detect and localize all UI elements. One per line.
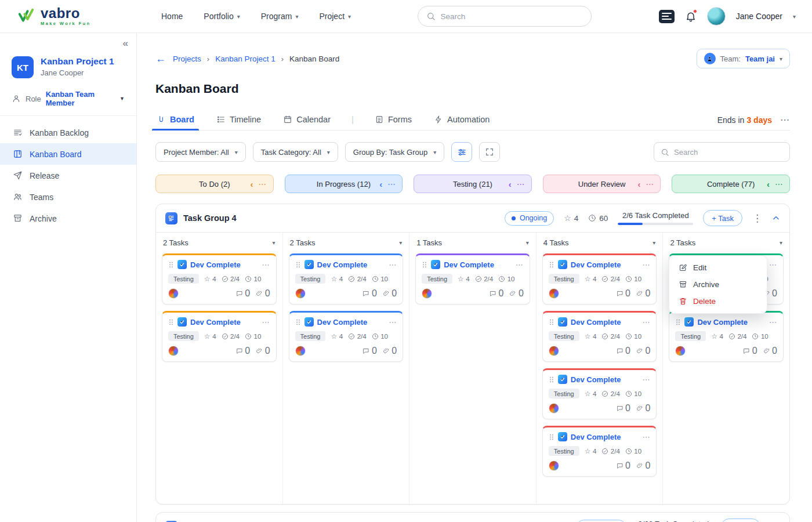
task-card[interactable]: Dev Complete ⋯ Testing ☆4 2/4 10 0 — [542, 311, 657, 362]
sidebar-item-kanban-board[interactable]: Kanban Board — [0, 143, 136, 165]
drag-handle-icon[interactable] — [295, 261, 301, 269]
task-title[interactable]: Dev Complete — [571, 375, 639, 384]
breadcrumb-projects[interactable]: Projects — [173, 55, 201, 63]
task-card[interactable]: Dev Complete ⋯ Testing ☆4 2/4 10 0 — [669, 311, 784, 362]
add-task-button[interactable]: + Task — [721, 519, 760, 522]
task-menu-icon[interactable]: ⋯ — [642, 260, 650, 269]
task-card[interactable]: Dev Complete ⋯ Testing ☆4 2/4 10 0 — [289, 311, 404, 362]
assignee-avatar[interactable] — [295, 346, 306, 356]
task-card[interactable]: Dev Complete ⋯ Testing ☆4 2/4 10 0 — [415, 253, 530, 304]
tab-timeline[interactable]: Timeline — [215, 108, 262, 130]
tab-automation[interactable]: Automation — [433, 108, 491, 130]
tab-board[interactable]: Board — [155, 108, 195, 130]
task-card[interactable]: Dev Complete ⋯ Testing ☆4 2/4 10 0 — [542, 368, 657, 419]
global-search[interactable] — [418, 6, 592, 27]
sidebar-item-kanban-backlog[interactable]: Kanban Backlog — [0, 122, 136, 143]
column-menu-icon[interactable]: ⋯ — [517, 179, 525, 188]
status-column-chip[interactable]: Testing (21) ‹ ⋯ — [414, 175, 532, 193]
tab-calendar[interactable]: Calendar — [282, 108, 332, 130]
status-column-chip[interactable]: Under Review ‹ ⋯ — [543, 175, 661, 193]
user-menu-caret-icon[interactable]: ▾ — [793, 13, 796, 20]
task-card[interactable]: Dev Complete ⋯ Testing ☆4 2/4 10 0 — [542, 426, 657, 477]
group-status-badge[interactable]: Ongoing — [577, 520, 626, 522]
task-title[interactable]: Dev Complete — [571, 318, 639, 327]
assignee-avatar[interactable] — [295, 288, 306, 299]
task-card[interactable]: Dev Complete ⋯ Testing ☆4 2/4 10 0 — [289, 253, 404, 304]
task-title[interactable]: Dev Complete — [571, 433, 639, 441]
column-menu-icon[interactable]: ⋯ — [775, 179, 784, 188]
context-menu-edit[interactable]: Edit — [673, 259, 763, 276]
task-menu-icon[interactable]: ⋯ — [769, 260, 777, 269]
assignee-avatar[interactable] — [675, 346, 686, 356]
assignee-avatar[interactable] — [549, 288, 559, 299]
task-category-filter[interactable]: Task Category: All ▾ — [253, 142, 338, 162]
global-search-input[interactable] — [440, 12, 583, 21]
column-menu-icon[interactable]: ⋯ — [259, 179, 267, 188]
drag-handle-icon[interactable] — [168, 261, 174, 269]
column-menu-icon[interactable]: ⋯ — [646, 179, 654, 188]
status-column-chip[interactable]: To Do (2) ‹ ⋯ — [155, 175, 274, 193]
app-logo[interactable]: vabro Make Work Fun — [16, 6, 126, 26]
sidebar-item-archive[interactable]: Archive — [0, 208, 136, 229]
column-collapse-caret-icon[interactable]: ▾ — [526, 240, 529, 246]
task-title[interactable]: Dev Complete — [444, 260, 512, 269]
nav-program[interactable]: Program▾ — [261, 12, 299, 21]
status-column-chip[interactable]: In Progress (12) ‹ ⋯ — [285, 175, 403, 193]
drag-handle-icon[interactable] — [549, 376, 554, 383]
project-block[interactable]: KT Kanban Project 1 Jane Cooper — [0, 49, 136, 86]
task-menu-icon[interactable]: ⋯ — [642, 318, 650, 327]
task-title[interactable]: Dev Complete — [317, 260, 386, 269]
assignee-avatar[interactable] — [549, 461, 559, 471]
column-collapse-caret-icon[interactable]: ▾ — [780, 240, 782, 246]
task-card[interactable]: Dev Complete ⋯ Testing ☆4 2/4 10 0 — [162, 253, 277, 304]
assignee-avatar[interactable] — [549, 403, 559, 414]
column-menu-icon[interactable]: ⋯ — [387, 179, 396, 188]
drag-handle-icon[interactable] — [295, 318, 301, 326]
drag-handle-icon[interactable] — [168, 318, 174, 326]
sidebar-item-teams[interactable]: Teams — [0, 186, 136, 208]
task-title[interactable]: Dev Complete — [571, 260, 639, 269]
task-card[interactable]: Dev Complete ⋯ Testing ☆4 2/4 10 0 — [162, 311, 277, 362]
breadcrumb-project[interactable]: Kanban Project 1 — [215, 55, 276, 63]
task-card[interactable]: Dev Complete ⋯ Testing ☆4 2/4 10 0 — [542, 253, 657, 304]
user-avatar[interactable] — [707, 7, 726, 26]
column-collapse-caret-icon[interactable]: ▾ — [399, 240, 402, 246]
drag-handle-icon[interactable] — [675, 318, 681, 326]
project-member-filter[interactable]: Project Member: All ▾ — [155, 142, 246, 162]
group-status-badge[interactable]: Ongoing — [505, 211, 554, 226]
task-menu-icon[interactable]: ⋯ — [516, 260, 524, 269]
board-options-icon[interactable]: ⋯ — [780, 114, 790, 125]
sidebar-collapse-icon[interactable]: « — [123, 38, 128, 49]
board-search-input[interactable] — [674, 148, 783, 157]
status-column-chip[interactable]: Complete (77) ‹ ⋯ — [672, 175, 790, 193]
context-menu-delete[interactable]: Delete — [673, 293, 763, 310]
collapse-column-icon[interactable]: ‹ — [767, 179, 770, 189]
task-title[interactable]: Dev Complete — [190, 318, 259, 327]
group-menu-icon[interactable]: ⋮ — [752, 212, 762, 224]
notifications-bell-icon[interactable] — [685, 10, 697, 22]
sidebar-item-release[interactable]: Release — [0, 165, 136, 186]
collapse-column-icon[interactable]: ‹ — [379, 179, 382, 189]
collapse-column-icon[interactable]: ‹ — [637, 179, 640, 189]
fullscreen-button[interactable] — [479, 142, 500, 162]
column-collapse-caret-icon[interactable]: ▾ — [273, 240, 276, 246]
board-search[interactable] — [654, 142, 790, 162]
role-selector[interactable]: Role Kanban Team Member ▼ — [0, 86, 136, 116]
drag-handle-icon[interactable] — [549, 261, 554, 269]
drag-handle-icon[interactable] — [549, 318, 554, 326]
task-menu-icon[interactable]: ⋯ — [642, 433, 650, 441]
collapse-group-icon[interactable] — [772, 214, 780, 222]
assignee-avatar[interactable] — [549, 346, 559, 356]
drag-handle-icon[interactable] — [549, 433, 554, 441]
task-menu-icon[interactable]: ⋯ — [642, 375, 650, 384]
add-task-button[interactable]: + Task — [703, 210, 742, 226]
task-title[interactable]: Dev Complete — [190, 260, 259, 269]
task-menu-icon[interactable]: ⋯ — [769, 318, 777, 327]
board-panel-icon[interactable] — [659, 10, 675, 23]
back-arrow-icon[interactable]: ← — [155, 53, 166, 65]
filter-settings-button[interactable] — [451, 142, 472, 162]
context-menu-archive[interactable]: Archive — [673, 276, 763, 293]
collapse-column-icon[interactable]: ‹ — [509, 179, 512, 189]
tab-forms[interactable]: Forms — [374, 108, 413, 130]
nav-home[interactable]: Home — [161, 12, 183, 21]
